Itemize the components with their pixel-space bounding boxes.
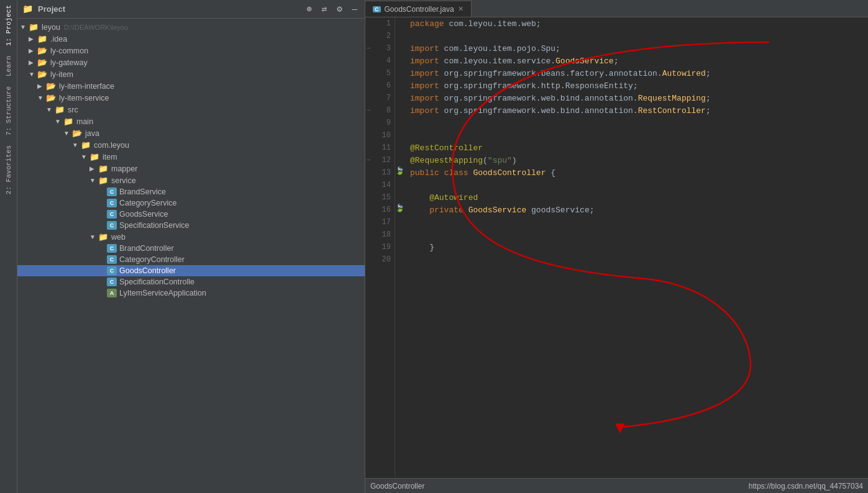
tree-item-leyou[interactable]: ▼📁leyouD:\IDEAWORK\leyou <box>17 21 365 33</box>
code-content[interactable]: package com.leyou.item.web;import com.le… <box>405 17 868 478</box>
tree-label: main <box>76 117 93 126</box>
fold-icon[interactable]: − <box>367 107 371 114</box>
line-number-3: −3 <box>365 42 395 55</box>
minimize-icon[interactable]: — <box>350 3 360 16</box>
tree-item-main[interactable]: ▼📁main <box>17 115 365 127</box>
tree-label: ly-gateway <box>50 58 88 67</box>
sync-icon[interactable]: ⇄ <box>319 2 329 16</box>
tree-item-web[interactable]: ▼📁web <box>17 231 365 243</box>
tree-item-GoodsController[interactable]: CGoodsController <box>17 265 365 276</box>
tab-class-icon: C <box>373 6 381 12</box>
main-layout: 📁 Project ⊕ ⇄ ⚙ — ▼📁leyouD:\IDEAWORK\ley… <box>17 0 868 493</box>
tree-item-ly-common[interactable]: ▶📂ly-common <box>17 45 365 57</box>
leaf-gutter-icon: 🍃 <box>395 204 404 213</box>
tree-label: BrandService <box>119 188 166 196</box>
code-line-16: private GoodsService goodsService; <box>410 204 868 216</box>
spring-class-icon: A <box>107 289 117 297</box>
line-number-19: 19 <box>365 241 395 253</box>
tab-project[interactable]: 1: Project <box>4 0 14 51</box>
editor-tabs: C GoodsController.java ✕ <box>365 0 868 17</box>
left-toolbar: 1: Project Learn 7: Structure 2: Favorit… <box>0 0 17 493</box>
tree-label: LyItemServiceApplication <box>119 289 206 297</box>
editor-wrapper: 12−34567−891011−121314151617181920 🍃🍃 pa… <box>365 17 868 478</box>
folder-icon: 📁 <box>98 176 109 185</box>
code-editor[interactable]: 12−34567−891011−121314151617181920 🍃🍃 pa… <box>365 17 868 478</box>
line-number-10: 10 <box>365 129 395 142</box>
code-line-12: @RequestMapping("spu") <box>410 154 868 166</box>
folder-icon: 📁 <box>55 105 66 114</box>
code-line-2 <box>410 30 868 42</box>
tree-item-ly-item-service[interactable]: ▼📂ly-item-service <box>17 92 365 104</box>
tree-label: mapper <box>111 165 137 173</box>
tree-label: ly-item <box>50 70 73 79</box>
code-line-18 <box>410 228 868 241</box>
tab-favorites[interactable]: 2: Favorites <box>4 140 14 199</box>
fold-icon[interactable]: − <box>367 45 371 52</box>
tree-item-CategoryController[interactable]: CCategoryController <box>17 254 365 265</box>
folder-icon: 📁 <box>98 164 109 173</box>
folder-icon: 📁 <box>98 232 109 242</box>
tree-item-service[interactable]: ▼📁service <box>17 174 365 186</box>
tree-item-src[interactable]: ▼📁src <box>17 104 365 115</box>
tree-label: SpecificationService <box>119 221 190 230</box>
tree-item-LyItemServiceApplication[interactable]: ALyItemServiceApplication <box>17 287 365 299</box>
project-tree[interactable]: ▼📁leyouD:\IDEAWORK\leyou▶📁.idea▶📂ly-comm… <box>17 19 365 493</box>
class-icon: C <box>107 188 117 196</box>
tree-item-mapper[interactable]: ▶📁mapper <box>17 163 365 174</box>
add-icon[interactable]: ⊕ <box>304 2 314 16</box>
code-line-14 <box>410 179 868 191</box>
tree-item-CategoryService[interactable]: CCategoryService <box>17 197 365 209</box>
line-number-15: 15 <box>365 191 395 204</box>
folder-icon: 📁 <box>63 117 75 126</box>
line-number-4: 4 <box>365 55 395 67</box>
tree-item-SpecificationControlle[interactable]: CSpecificationControlle <box>17 276 365 287</box>
code-line-20 <box>410 253 868 266</box>
code-line-13: public class GoodsController { <box>410 166 868 179</box>
tree-label: com.leyou <box>94 141 129 150</box>
tree-label: java <box>85 129 99 138</box>
tree-item-idea[interactable]: ▶📁.idea <box>17 33 365 45</box>
code-line-6: import org.springframework.http.Response… <box>410 79 868 92</box>
spring-gutter-icon: 🍃 <box>395 166 404 176</box>
tab-learn[interactable]: Learn <box>4 51 14 81</box>
fold-icon[interactable]: − <box>367 156 371 164</box>
line-number-14: 14 <box>365 179 395 191</box>
tree-label: BrandController <box>119 244 174 253</box>
tree-label: SpecificationControlle <box>119 278 194 286</box>
line-numbers: 12−34567−891011−121314151617181920 <box>365 17 395 478</box>
tree-item-ly-item[interactable]: ▼📂ly-item <box>17 68 365 80</box>
class-icon: C <box>107 278 117 286</box>
tab-structure[interactable]: 7: Structure <box>4 81 14 140</box>
module-folder-icon: 📂 <box>72 129 83 138</box>
class-icon: C <box>107 199 117 207</box>
tree-item-GoodsService[interactable]: CGoodsService <box>17 209 365 220</box>
tree-item-ly-item-interface[interactable]: ▶📂ly-item-interface <box>17 80 365 92</box>
class-icon: C <box>107 255 117 264</box>
tree-item-item[interactable]: ▼📁item <box>17 151 365 163</box>
line-number-1: 1 <box>365 17 395 30</box>
panel-title: Project <box>38 4 299 14</box>
tree-item-BrandService[interactable]: CBrandService <box>17 186 365 197</box>
line-number-17: 17 <box>365 216 395 228</box>
tree-item-com.leyou[interactable]: ▼📁com.leyou <box>17 139 365 151</box>
tree-item-SpecificationService[interactable]: CSpecificationService <box>17 220 365 231</box>
module-folder-icon: 📂 <box>37 70 48 79</box>
settings-icon[interactable]: ⚙ <box>334 2 344 16</box>
tree-label: ly-common <box>50 47 88 55</box>
tree-item-BrandController[interactable]: CBrandController <box>17 243 365 254</box>
tree-label: ly-item-interface <box>59 82 114 91</box>
folder-icon: 📁 <box>81 140 92 150</box>
module-folder-icon: 📂 <box>46 81 57 91</box>
tree-label: src <box>68 106 78 114</box>
tree-label: leyou <box>42 23 60 32</box>
module-folder-icon: 📂 <box>46 93 57 102</box>
tree-label: .idea <box>50 35 67 43</box>
tab-goodscontroller[interactable]: C GoodsController.java ✕ <box>365 1 472 17</box>
status-bar: GoodsController https://blog.csdn.net/qq… <box>365 478 868 493</box>
tab-close-button[interactable]: ✕ <box>458 5 464 13</box>
tree-item-ly-gateway[interactable]: ▶📂ly-gateway <box>17 57 365 68</box>
line-number-13: 13 <box>365 166 395 179</box>
folder-icon: 📁 <box>37 34 48 43</box>
tree-item-java[interactable]: ▼📂java <box>17 127 365 139</box>
code-line-3: import com.leyou.item.pojo.Spu; <box>410 42 868 55</box>
